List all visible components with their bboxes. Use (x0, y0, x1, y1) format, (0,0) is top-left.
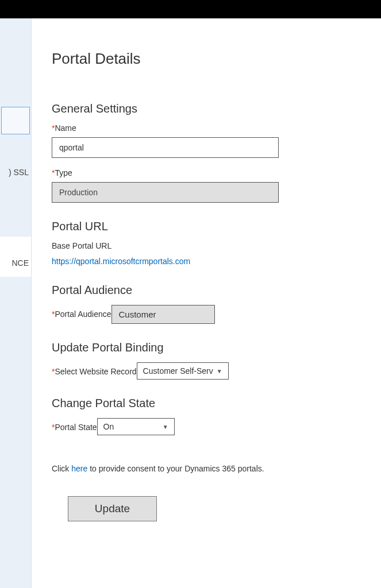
consent-text: Click here to provide consent to your Dy… (52, 464, 364, 473)
chevron-down-icon: ▼ (217, 368, 222, 374)
main-content: Portal Details General Settings *Name *T… (32, 18, 381, 588)
portal-url-link[interactable]: https://qportal.microsoftcrmportals.com (52, 257, 190, 266)
update-button[interactable]: Update (68, 496, 157, 521)
base-portal-url-label: Base Portal URL (52, 241, 364, 250)
sidebar-white-block: NCE (0, 237, 31, 277)
sidebar-item-ssl[interactable]: ) SSL (9, 168, 29, 177)
sidebar: ) SSL NCE (0, 18, 32, 588)
name-label: *Name (52, 123, 364, 133)
portal-state-select[interactable]: On ▼ (97, 418, 175, 435)
website-record-label: *Select Website Record (52, 362, 137, 376)
page-title: Portal Details (52, 50, 364, 68)
top-black-bar (0, 0, 381, 18)
portal-audience-select[interactable]: Customer (111, 305, 215, 324)
update-binding-heading: Update Portal Binding (52, 341, 364, 354)
type-label: *Type (52, 168, 364, 177)
section-general-settings: General Settings *Name *Type (52, 102, 364, 203)
chevron-down-icon: ▼ (163, 424, 168, 430)
name-input[interactable] (52, 137, 279, 158)
sidebar-item-nce[interactable]: NCE (11, 258, 29, 268)
change-state-heading: Change Portal State (52, 397, 364, 410)
section-portal-url: Portal URL Base Portal URL https://qport… (52, 220, 364, 266)
consent-link[interactable]: here (71, 464, 87, 473)
type-input (52, 182, 279, 203)
general-settings-heading: General Settings (52, 102, 364, 115)
portal-audience-heading: Portal Audience (52, 284, 364, 297)
section-update-binding: Update Portal Binding *Select Website Re… (52, 341, 364, 380)
portal-state-label: *Portal State (52, 418, 97, 432)
website-record-select[interactable]: Customer Self-Serv ▼ (137, 362, 229, 380)
sidebar-active-item[interactable] (1, 107, 30, 134)
section-portal-audience: Portal Audience *Portal Audience Custome… (52, 284, 364, 324)
portal-audience-label: *Portal Audience (52, 305, 111, 319)
portal-url-heading: Portal URL (52, 220, 364, 233)
section-change-state: Change Portal State *Portal State On ▼ (52, 397, 364, 435)
